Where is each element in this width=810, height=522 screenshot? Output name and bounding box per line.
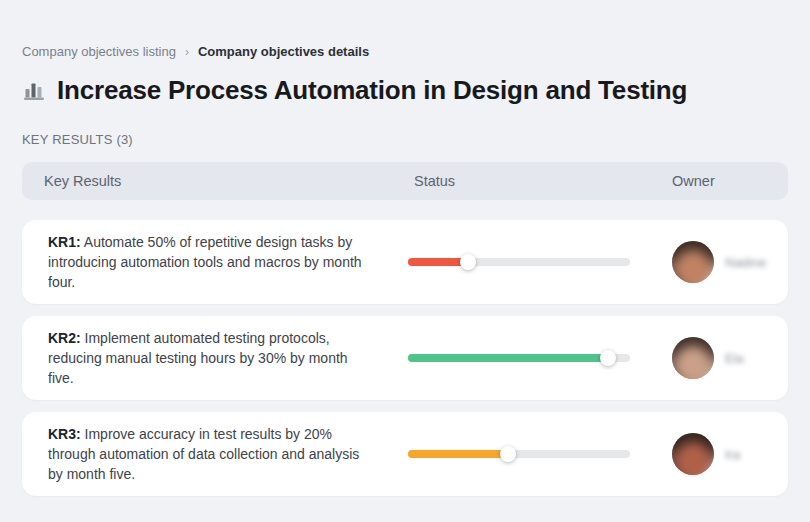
avatar xyxy=(672,433,714,475)
table-header: Key Results Status Owner xyxy=(22,162,788,200)
progress-thumb[interactable] xyxy=(460,254,476,270)
key-result-row-kr2[interactable]: KR2: Implement automated testing protoco… xyxy=(22,316,788,400)
kr3-description: KR3: Improve accuracy in test results by… xyxy=(22,424,408,484)
key-results-list: KR1: Automate 50% of repetitive design t… xyxy=(22,220,788,496)
bar-chart-icon xyxy=(22,79,46,103)
kr3-progress-slider[interactable] xyxy=(408,446,630,462)
kr1-owner: Nadine xyxy=(672,241,788,283)
company-objective-details-page: Company objectives listing › Company obj… xyxy=(0,0,810,522)
kr3-owner: Ira xyxy=(672,433,788,475)
kr1-description: KR1: Automate 50% of repetitive design t… xyxy=(22,232,408,292)
avatar xyxy=(672,337,714,379)
breadcrumb-company-objectives-details: Company objectives details xyxy=(198,44,369,59)
kr2-owner: Ela xyxy=(672,337,788,379)
kr2-progress-slider[interactable] xyxy=(408,350,630,366)
kr3-label: KR3: xyxy=(48,426,81,442)
page-title-row: Increase Process Automation in Design an… xyxy=(22,75,788,105)
progress-thumb[interactable] xyxy=(500,446,516,462)
kr1-label: KR1: xyxy=(48,234,81,250)
breadcrumb: Company objectives listing › Company obj… xyxy=(22,0,788,59)
owner-name: Nadine xyxy=(725,255,766,270)
key-result-row-kr3[interactable]: KR3: Improve accuracy in test results by… xyxy=(22,412,788,496)
column-header-key-results: Key Results xyxy=(22,173,408,189)
owner-name: Ira xyxy=(725,447,740,462)
key-result-row-kr1[interactable]: KR1: Automate 50% of repetitive design t… xyxy=(22,220,788,304)
page-title: Increase Process Automation in Design an… xyxy=(57,75,687,105)
kr2-description: KR2: Implement automated testing protoco… xyxy=(22,328,408,388)
kr1-description-text: Automate 50% of repetitive design tasks … xyxy=(48,234,362,290)
progress-thumb[interactable] xyxy=(600,350,616,366)
chevron-right-icon: › xyxy=(185,45,189,59)
key-results-section-label: KEY RESULTS (3) xyxy=(22,132,788,147)
progress-fill xyxy=(408,354,608,362)
progress-fill xyxy=(408,450,508,458)
kr1-progress-slider[interactable] xyxy=(408,254,630,270)
kr3-description-text: Improve accuracy in test results by 20% … xyxy=(48,426,359,482)
kr2-label: KR2: xyxy=(48,330,81,346)
breadcrumb-company-objectives-listing[interactable]: Company objectives listing xyxy=(22,44,176,59)
kr2-description-text: Implement automated testing protocols, r… xyxy=(48,330,348,386)
column-header-status: Status xyxy=(408,173,672,189)
owner-name: Ela xyxy=(725,351,744,366)
progress-fill xyxy=(408,258,468,266)
avatar xyxy=(672,241,714,283)
column-header-owner: Owner xyxy=(672,173,788,189)
